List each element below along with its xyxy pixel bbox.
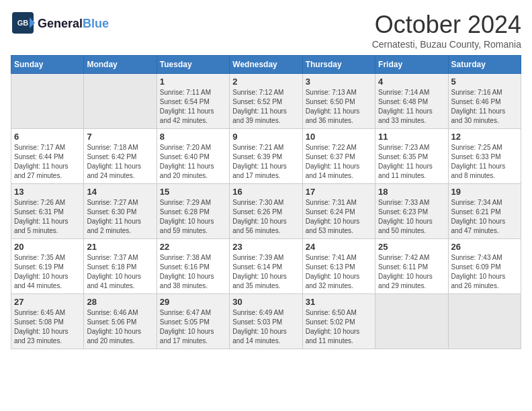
- calendar-cell: 16Sunrise: 7:30 AM Sunset: 6:26 PM Dayli…: [230, 184, 302, 239]
- day-info: Sunrise: 6:49 AM Sunset: 5:03 PM Dayligh…: [232, 308, 299, 346]
- day-number: 31: [306, 297, 372, 307]
- day-info: Sunrise: 7:29 AM Sunset: 6:28 PM Dayligh…: [160, 198, 226, 236]
- day-info: Sunrise: 7:39 AM Sunset: 6:14 PM Dayligh…: [232, 253, 299, 291]
- day-info: Sunrise: 7:41 AM Sunset: 6:13 PM Dayligh…: [306, 253, 372, 291]
- calendar-cell: 6Sunrise: 7:17 AM Sunset: 6:44 PM Daylig…: [11, 129, 84, 184]
- day-info: Sunrise: 7:22 AM Sunset: 6:37 PM Dayligh…: [306, 143, 372, 181]
- day-number: 18: [378, 187, 445, 197]
- calendar-week-row: 27Sunrise: 6:45 AM Sunset: 5:08 PM Dayli…: [11, 294, 521, 349]
- day-info: Sunrise: 7:18 AM Sunset: 6:42 PM Dayligh…: [87, 143, 153, 181]
- calendar-header-row: SundayMondayTuesdayWednesdayThursdayFrid…: [11, 56, 521, 74]
- calendar-cell: 23Sunrise: 7:39 AM Sunset: 6:14 PM Dayli…: [230, 239, 302, 294]
- day-number: 11: [378, 132, 445, 142]
- weekday-header-monday: Monday: [84, 56, 157, 74]
- logo-icon: GB: [11, 11, 35, 35]
- weekday-header-sunday: Sunday: [11, 56, 84, 74]
- calendar-cell: 19Sunrise: 7:34 AM Sunset: 6:21 PM Dayli…: [448, 184, 521, 239]
- day-number: 10: [306, 132, 372, 142]
- day-info: Sunrise: 6:47 AM Sunset: 5:05 PM Dayligh…: [160, 308, 226, 346]
- day-number: 28: [87, 297, 153, 307]
- weekday-header-wednesday: Wednesday: [230, 56, 302, 74]
- day-number: 7: [87, 132, 153, 142]
- calendar-cell: 24Sunrise: 7:41 AM Sunset: 6:13 PM Dayli…: [302, 239, 375, 294]
- day-number: 17: [306, 187, 372, 197]
- calendar-cell: 3Sunrise: 7:13 AM Sunset: 6:50 PM Daylig…: [302, 74, 375, 129]
- day-info: Sunrise: 7:30 AM Sunset: 6:26 PM Dayligh…: [232, 198, 299, 236]
- day-info: Sunrise: 7:17 AM Sunset: 6:44 PM Dayligh…: [14, 143, 81, 181]
- day-number: 24: [306, 242, 372, 252]
- calendar-cell: [84, 74, 157, 129]
- day-number: 3: [306, 77, 372, 87]
- day-number: 29: [160, 297, 226, 307]
- calendar-cell: 28Sunrise: 6:46 AM Sunset: 5:06 PM Dayli…: [84, 294, 157, 349]
- day-number: 22: [160, 242, 226, 252]
- day-info: Sunrise: 7:37 AM Sunset: 6:18 PM Dayligh…: [87, 253, 153, 291]
- day-number: 27: [14, 297, 81, 307]
- calendar-cell: 30Sunrise: 6:49 AM Sunset: 5:03 PM Dayli…: [230, 294, 302, 349]
- title-section: October 2024 Cernatesti, Buzau County, R…: [372, 11, 521, 50]
- calendar-week-row: 13Sunrise: 7:26 AM Sunset: 6:31 PM Dayli…: [11, 184, 521, 239]
- calendar-cell: [448, 294, 521, 349]
- calendar-cell: 29Sunrise: 6:47 AM Sunset: 5:05 PM Dayli…: [157, 294, 229, 349]
- calendar-cell: 8Sunrise: 7:20 AM Sunset: 6:40 PM Daylig…: [157, 129, 229, 184]
- day-info: Sunrise: 7:14 AM Sunset: 6:48 PM Dayligh…: [378, 88, 445, 126]
- day-info: Sunrise: 7:11 AM Sunset: 6:54 PM Dayligh…: [160, 88, 226, 126]
- calendar-week-row: 20Sunrise: 7:35 AM Sunset: 6:19 PM Dayli…: [11, 239, 521, 294]
- calendar-cell: 31Sunrise: 6:50 AM Sunset: 5:02 PM Dayli…: [302, 294, 375, 349]
- calendar-cell: 15Sunrise: 7:29 AM Sunset: 6:28 PM Dayli…: [157, 184, 229, 239]
- day-number: 30: [232, 297, 299, 307]
- calendar-table: SundayMondayTuesdayWednesdayThursdayFrid…: [11, 55, 521, 349]
- day-info: Sunrise: 7:25 AM Sunset: 6:33 PM Dayligh…: [451, 143, 518, 181]
- day-number: 19: [451, 187, 518, 197]
- day-info: Sunrise: 6:46 AM Sunset: 5:06 PM Dayligh…: [87, 308, 153, 346]
- weekday-header-friday: Friday: [375, 56, 448, 74]
- day-number: 26: [451, 242, 518, 252]
- day-info: Sunrise: 7:27 AM Sunset: 6:30 PM Dayligh…: [87, 198, 153, 236]
- location-subtitle: Cernatesti, Buzau County, Romania: [372, 39, 521, 50]
- calendar-cell: [375, 294, 448, 349]
- logo: GB GeneralBlue: [11, 11, 109, 38]
- day-info: Sunrise: 6:45 AM Sunset: 5:08 PM Dayligh…: [14, 308, 81, 346]
- calendar-week-row: 6Sunrise: 7:17 AM Sunset: 6:44 PM Daylig…: [11, 129, 521, 184]
- calendar-cell: 21Sunrise: 7:37 AM Sunset: 6:18 PM Dayli…: [84, 239, 157, 294]
- calendar-cell: 12Sunrise: 7:25 AM Sunset: 6:33 PM Dayli…: [448, 129, 521, 184]
- day-number: 4: [378, 77, 445, 87]
- day-number: 23: [232, 242, 299, 252]
- calendar-week-row: 1Sunrise: 7:11 AM Sunset: 6:54 PM Daylig…: [11, 74, 521, 129]
- day-number: 21: [87, 242, 153, 252]
- day-info: Sunrise: 7:33 AM Sunset: 6:23 PM Dayligh…: [378, 198, 445, 236]
- day-info: Sunrise: 7:20 AM Sunset: 6:40 PM Dayligh…: [160, 143, 226, 181]
- calendar-cell: 9Sunrise: 7:21 AM Sunset: 6:39 PM Daylig…: [230, 129, 302, 184]
- day-info: Sunrise: 7:42 AM Sunset: 6:11 PM Dayligh…: [378, 253, 445, 291]
- calendar-cell: [11, 74, 84, 129]
- day-info: Sunrise: 7:34 AM Sunset: 6:21 PM Dayligh…: [451, 198, 518, 236]
- day-info: Sunrise: 7:26 AM Sunset: 6:31 PM Dayligh…: [14, 198, 81, 236]
- day-number: 13: [14, 187, 81, 197]
- day-number: 12: [451, 132, 518, 142]
- day-info: Sunrise: 7:12 AM Sunset: 6:52 PM Dayligh…: [232, 88, 299, 126]
- calendar-cell: 10Sunrise: 7:22 AM Sunset: 6:37 PM Dayli…: [302, 129, 375, 184]
- day-number: 16: [232, 187, 299, 197]
- day-number: 15: [160, 187, 226, 197]
- weekday-header-tuesday: Tuesday: [157, 56, 229, 74]
- calendar-cell: 7Sunrise: 7:18 AM Sunset: 6:42 PM Daylig…: [84, 129, 157, 184]
- month-title: October 2024: [372, 11, 521, 39]
- day-number: 14: [87, 187, 153, 197]
- calendar-cell: 27Sunrise: 6:45 AM Sunset: 5:08 PM Dayli…: [11, 294, 84, 349]
- day-info: Sunrise: 6:50 AM Sunset: 5:02 PM Dayligh…: [306, 308, 372, 346]
- day-info: Sunrise: 7:23 AM Sunset: 6:35 PM Dayligh…: [378, 143, 445, 181]
- calendar-cell: 14Sunrise: 7:27 AM Sunset: 6:30 PM Dayli…: [84, 184, 157, 239]
- day-number: 2: [232, 77, 299, 87]
- svg-text:GB: GB: [17, 19, 29, 27]
- weekday-header-thursday: Thursday: [302, 56, 375, 74]
- day-number: 9: [232, 132, 299, 142]
- day-info: Sunrise: 7:35 AM Sunset: 6:19 PM Dayligh…: [14, 253, 81, 291]
- day-number: 25: [378, 242, 445, 252]
- calendar-cell: 18Sunrise: 7:33 AM Sunset: 6:23 PM Dayli…: [375, 184, 448, 239]
- calendar-cell: 2Sunrise: 7:12 AM Sunset: 6:52 PM Daylig…: [230, 74, 302, 129]
- logo-blue: Blue: [83, 17, 109, 30]
- calendar-cell: 22Sunrise: 7:38 AM Sunset: 6:16 PM Dayli…: [157, 239, 229, 294]
- day-info: Sunrise: 7:31 AM Sunset: 6:24 PM Dayligh…: [306, 198, 372, 236]
- logo-text-line1: GeneralBlue: [38, 17, 109, 31]
- calendar-cell: 13Sunrise: 7:26 AM Sunset: 6:31 PM Dayli…: [11, 184, 84, 239]
